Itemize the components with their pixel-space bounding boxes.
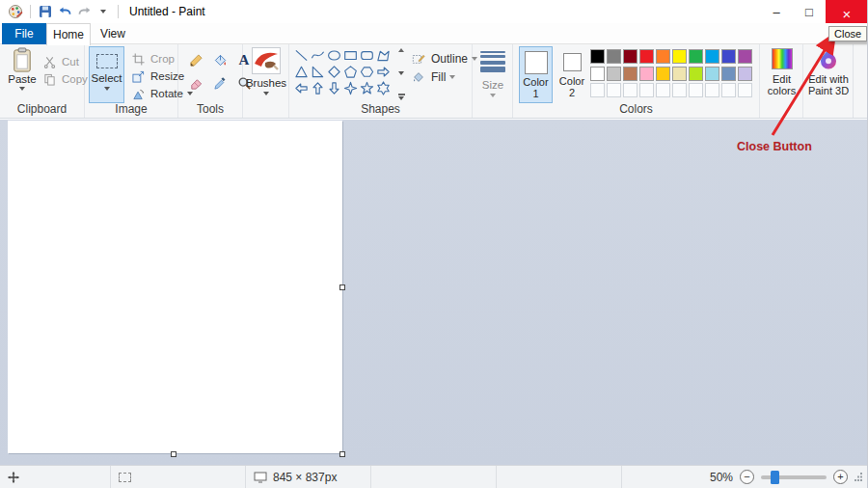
chevron-down-icon	[100, 10, 106, 14]
palette-swatch[interactable]	[721, 49, 736, 64]
colors-section: Color 1 Color 2 Colors	[513, 44, 760, 118]
palette-swatch[interactable]	[639, 67, 654, 81]
select-button[interactable]: Select	[89, 46, 124, 103]
zoom-slider-thumb[interactable]	[771, 471, 779, 484]
palette-swatch[interactable]	[738, 49, 752, 64]
close-tooltip: Close	[828, 26, 867, 41]
paste-button[interactable]: Paste	[5, 47, 40, 102]
crop-button[interactable]: Crop	[129, 50, 175, 68]
shape-rectangle-icon[interactable]	[342, 47, 359, 64]
fill-bucket-tool-button[interactable]	[211, 51, 229, 68]
fill-icon	[410, 68, 427, 86]
shapes-more-button[interactable]	[398, 94, 405, 100]
eraser-tool-button[interactable]	[187, 74, 204, 92]
shape-up-arrow-icon[interactable]	[310, 80, 326, 96]
shape-hexagon-icon[interactable]	[359, 64, 375, 80]
palette-swatch-empty[interactable]	[590, 83, 605, 97]
outline-button[interactable]: Outline	[410, 50, 477, 68]
cut-button[interactable]: Cut	[41, 53, 79, 70]
palette-swatch[interactable]	[721, 67, 736, 81]
palette-swatch[interactable]	[623, 49, 637, 64]
palette-swatch[interactable]	[672, 67, 687, 81]
palette-swatch[interactable]	[590, 49, 605, 64]
palette-swatch[interactable]	[656, 67, 670, 81]
undo-button[interactable]	[56, 3, 73, 20]
shape-right-arrow-icon[interactable]	[375, 64, 392, 80]
scroll-down-button[interactable]	[398, 71, 404, 75]
edit-colors-button[interactable]: Edit colors	[763, 48, 800, 112]
palette-swatch[interactable]	[639, 49, 654, 64]
color1-button[interactable]: Color 1	[519, 46, 553, 103]
palette-swatch[interactable]	[689, 67, 703, 81]
tab-file[interactable]: File	[2, 23, 46, 44]
cursor-position-cell	[0, 466, 111, 488]
palette-swatch[interactable]	[607, 67, 621, 81]
image-size-text: 845 × 837px	[273, 471, 337, 484]
resize-grip-icon[interactable]	[854, 473, 863, 481]
color2-label: Color	[559, 75, 584, 87]
palette-swatch[interactable]	[607, 49, 621, 64]
palette-swatch-empty[interactable]	[721, 83, 736, 97]
palette-swatch[interactable]	[590, 67, 605, 81]
palette-swatch-empty[interactable]	[689, 83, 703, 97]
palette-swatch[interactable]	[672, 49, 687, 64]
chevron-down-icon	[263, 92, 269, 95]
divider	[30, 5, 31, 18]
redo-button[interactable]	[75, 3, 93, 20]
save-button[interactable]	[37, 3, 54, 20]
zoom-in-button[interactable]: +	[833, 470, 848, 484]
scissors-icon	[41, 53, 58, 70]
color2-button[interactable]: Color 2	[556, 46, 587, 103]
resize-button[interactable]: Resize	[129, 68, 184, 85]
shape-line-icon[interactable]	[293, 47, 310, 64]
palette-swatch[interactable]	[689, 49, 703, 64]
crosshair-icon	[8, 472, 19, 483]
shape-rounded-rectangle-icon[interactable]	[359, 47, 375, 64]
size-button[interactable]: Size	[475, 48, 510, 112]
copy-button[interactable]: Copy	[41, 70, 88, 88]
edit-with-paint3d-button[interactable]: Edit with Paint 3D	[805, 48, 852, 112]
palette-swatch[interactable]	[623, 67, 637, 81]
zoom-out-button[interactable]: −	[740, 470, 754, 484]
scroll-up-button[interactable]	[398, 48, 404, 52]
color-picker-tool-button[interactable]	[211, 74, 229, 92]
fill-button[interactable]: Fill	[410, 68, 455, 86]
shape-pentagon-icon[interactable]	[342, 64, 359, 80]
shape-five-point-star-icon[interactable]	[359, 80, 375, 96]
shape-six-point-star-icon[interactable]	[375, 80, 392, 96]
shape-right-triangle-icon[interactable]	[310, 64, 326, 80]
minimize-button[interactable]: –	[760, 0, 793, 23]
palette-swatch-empty[interactable]	[639, 83, 654, 97]
palette-swatch-empty[interactable]	[738, 83, 752, 97]
canvas-resize-handle-corner[interactable]	[339, 451, 345, 457]
pencil-tool-button[interactable]	[187, 51, 204, 68]
shape-triangle-icon[interactable]	[293, 64, 310, 80]
palette-swatch-empty[interactable]	[672, 83, 687, 97]
brushes-button[interactable]: Brushes	[246, 47, 286, 115]
shape-left-arrow-icon[interactable]	[293, 80, 310, 96]
palette-swatch-empty[interactable]	[607, 83, 621, 97]
canvas-resize-handle-bottom[interactable]	[171, 451, 176, 457]
palette-swatch[interactable]	[705, 67, 719, 81]
shape-four-point-star-icon[interactable]	[342, 80, 359, 96]
zoom-slider[interactable]	[761, 475, 827, 479]
resize-icon	[129, 68, 147, 85]
palette-swatch[interactable]	[656, 49, 670, 64]
canvas-resize-handle-right[interactable]	[339, 285, 345, 290]
palette-swatch[interactable]	[738, 67, 752, 81]
palette-swatch-empty[interactable]	[623, 83, 637, 97]
tab-view[interactable]: View	[91, 23, 135, 44]
palette-swatch[interactable]	[705, 49, 719, 64]
shape-curve-icon[interactable]	[310, 47, 326, 64]
palette-swatch-empty[interactable]	[705, 83, 719, 97]
drawing-canvas[interactable]	[8, 121, 342, 453]
shape-oval-icon[interactable]	[326, 47, 342, 64]
maximize-button[interactable]: □	[793, 0, 826, 23]
shape-diamond-icon[interactable]	[326, 64, 342, 80]
chevron-down-icon	[490, 94, 496, 97]
quick-access-menu-button[interactable]	[95, 3, 112, 20]
shape-down-arrow-icon[interactable]	[326, 80, 342, 96]
shape-polygon-icon[interactable]	[375, 47, 392, 64]
palette-swatch-empty[interactable]	[656, 83, 670, 97]
tab-home[interactable]: Home	[46, 23, 91, 45]
